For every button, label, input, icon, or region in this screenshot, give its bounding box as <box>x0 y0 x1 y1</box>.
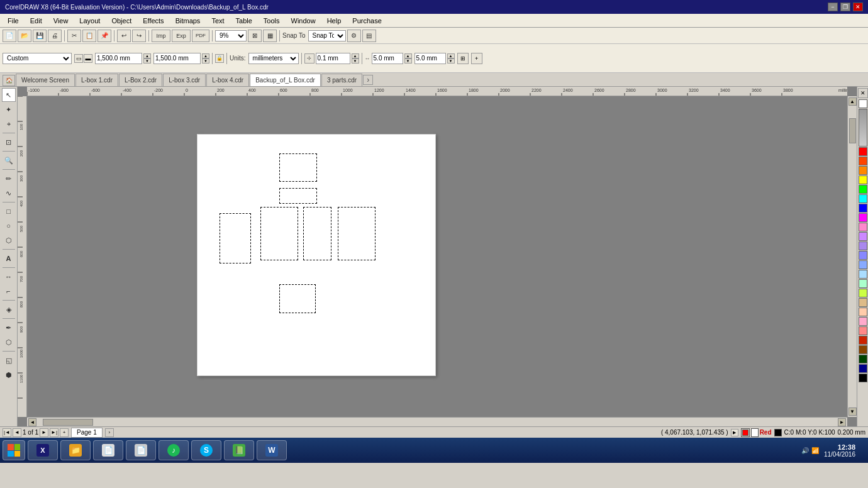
interactive-fill-btn[interactable]: ◱ <box>2 353 16 367</box>
color-peach[interactable] <box>859 308 867 316</box>
start-button[interactable] <box>3 440 25 460</box>
zoom-combo[interactable]: 9% 25% 50% 100% <box>215 30 247 42</box>
select-tool-btn[interactable]: ↖ <box>2 88 16 102</box>
last-page-btn[interactable]: ►| <box>50 428 58 437</box>
smear-tool-btn[interactable]: ⌖ <box>2 117 16 131</box>
color-orange-red[interactable] <box>859 157 867 165</box>
color-lime[interactable] <box>859 289 867 297</box>
scroll-down-btn[interactable]: ▼ <box>849 408 857 416</box>
horizontal-scrollbar[interactable]: ◄ ► <box>27 417 847 426</box>
color-brown[interactable] <box>859 345 867 354</box>
color-black[interactable] <box>859 374 867 382</box>
color-yellow[interactable] <box>859 175 867 184</box>
shape-4[interactable] <box>260 207 298 260</box>
tab-3parts[interactable]: 3 parts.cdr <box>321 74 362 86</box>
network-icon[interactable]: 📶 <box>811 447 819 454</box>
nudge-down[interactable]: ▼ <box>352 58 359 64</box>
color-green[interactable] <box>859 185 867 194</box>
paint-bucket-btn[interactable]: ⬡ <box>2 335 16 349</box>
volume-icon[interactable]: 🔊 <box>801 447 809 454</box>
first-page-btn[interactable]: |◄ <box>3 428 11 437</box>
polygon-tool-btn[interactable]: ⬡ <box>2 233 16 247</box>
menu-effects[interactable]: Effects <box>138 16 169 26</box>
width-up[interactable]: ▲ <box>143 53 151 58</box>
palette-close-btn[interactable]: ✕ <box>858 88 868 98</box>
pdf-button[interactable]: PDF <box>192 30 209 42</box>
fill-color-swatch[interactable] <box>742 430 748 436</box>
color-red[interactable] <box>859 147 867 156</box>
menu-text[interactable]: Text <box>206 16 229 26</box>
menu-table[interactable]: Table <box>231 16 257 26</box>
text-tool-btn[interactable]: A <box>2 252 16 265</box>
menu-file[interactable]: File <box>3 16 24 26</box>
outline-swatch[interactable] <box>751 428 759 437</box>
color-white[interactable] <box>859 99 867 108</box>
shape-7[interactable] <box>279 284 316 313</box>
nudge-input[interactable] <box>316 53 350 64</box>
word-taskbar-btn[interactable]: W <box>257 440 287 460</box>
explorer-taskbar-btn[interactable]: 📁 <box>60 440 91 460</box>
width-input[interactable]: 1,500.0 mm <box>95 53 142 64</box>
cut-button[interactable]: ✂ <box>67 30 81 42</box>
color-cyan[interactable] <box>859 194 867 203</box>
color-gray-gradient[interactable] <box>859 109 867 147</box>
menu-layout[interactable]: Layout <box>74 16 105 26</box>
color-salmon[interactable] <box>859 326 867 335</box>
notepad-taskbar-btn[interactable]: 📄 <box>93 440 123 460</box>
add-page-nav-btn[interactable]: + <box>60 428 69 437</box>
lock-icon[interactable]: 🔒 <box>215 54 224 63</box>
gutter-w-input[interactable] <box>372 53 403 64</box>
shape-5[interactable] <box>303 207 331 260</box>
print-button[interactable]: 🖨 <box>48 30 62 42</box>
shape-2[interactable] <box>279 188 317 204</box>
tab-lbox2[interactable]: L-Box 2.cdr <box>119 74 162 86</box>
color-light-pink[interactable] <box>859 317 867 326</box>
minimize-button[interactable]: − <box>828 3 838 11</box>
scroll-up-btn[interactable]: ▲ <box>849 97 857 106</box>
nudge-up[interactable]: ▲ <box>352 53 359 58</box>
grid-settings-icon[interactable]: ⊞ <box>457 53 469 64</box>
color-light-blue[interactable] <box>859 260 867 269</box>
tab-lbox1[interactable]: L-box 1.cdr <box>75 74 118 86</box>
redo-button[interactable]: ↪ <box>132 30 146 42</box>
page-scroll-right[interactable]: › <box>105 428 114 437</box>
workspace-button[interactable]: ▤ <box>362 30 376 42</box>
gutter-w-up[interactable]: ▲ <box>404 53 412 58</box>
open-button[interactable]: 📂 <box>18 30 31 42</box>
menu-help[interactable]: Help <box>322 16 347 26</box>
import-button[interactable]: Imp <box>152 30 170 42</box>
gutter-w-down[interactable]: ▼ <box>404 58 412 64</box>
scroll-right-btn[interactable]: ► <box>838 418 846 426</box>
new-button[interactable]: 📄 <box>3 30 16 42</box>
zoom-fit-button[interactable]: ⊠ <box>248 30 262 42</box>
color-dark-red[interactable] <box>859 336 867 345</box>
shape-6[interactable] <box>338 207 376 260</box>
spotify-taskbar-btn[interactable]: ♪ <box>159 440 189 460</box>
snap-to-combo[interactable]: Snap To <box>308 30 346 42</box>
rect-tool-btn[interactable]: □ <box>2 204 16 218</box>
landscape-icon[interactable]: ▬ <box>84 54 92 63</box>
shape-1[interactable] <box>279 153 317 182</box>
menu-edit[interactable]: Edit <box>25 16 47 26</box>
menu-object[interactable]: Object <box>106 16 136 26</box>
menu-view[interactable]: View <box>48 16 74 26</box>
canvas-area[interactable]: -1000 -800 -600 -400 -200 0 200 400 <box>18 87 857 426</box>
width-down[interactable]: ▼ <box>143 58 151 64</box>
page-tab[interactable]: Page 1 <box>71 428 103 438</box>
color-lavender[interactable] <box>859 232 867 241</box>
scroll-left-btn[interactable]: ◄ <box>28 418 36 426</box>
gutter-h-down[interactable]: ▼ <box>447 58 455 64</box>
connector-tool-btn[interactable]: ⌐ <box>2 284 16 298</box>
add-page-icon[interactable]: + <box>471 53 482 64</box>
color-magenta[interactable] <box>859 213 867 222</box>
color-sky[interactable] <box>859 270 867 279</box>
portrait-icon[interactable]: ▭ <box>74 54 83 63</box>
height-up[interactable]: ▲ <box>202 53 209 58</box>
color-blue[interactable] <box>859 204 867 213</box>
menu-purchase[interactable]: Purchase <box>347 16 386 26</box>
outline-color-swatch[interactable] <box>774 429 782 436</box>
corel-taskbar-btn[interactable]: X <box>28 440 58 460</box>
gutter-h-up[interactable]: ▲ <box>447 53 455 58</box>
restore-button[interactable]: ❐ <box>840 3 850 11</box>
menu-bitmaps[interactable]: Bitmaps <box>170 16 206 26</box>
